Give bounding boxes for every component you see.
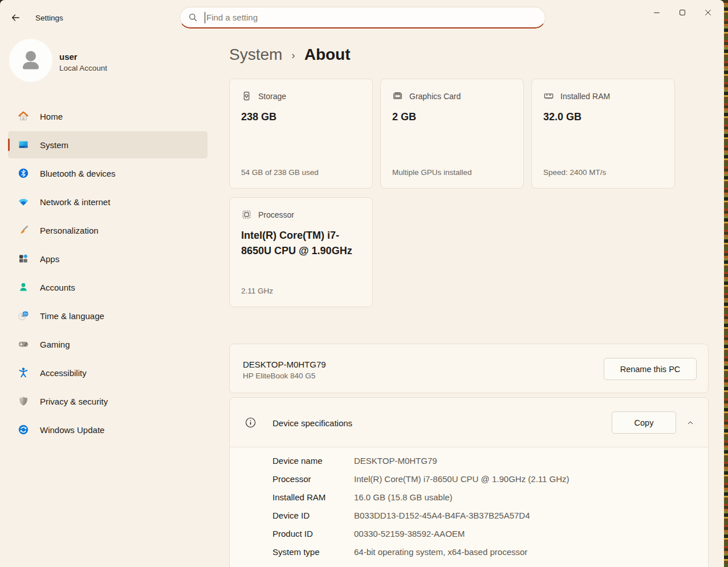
spec-row-device-name: Device name DESKTOP-M0HTG79 [230,452,708,470]
collapse-expander-button[interactable] [682,414,699,431]
breadcrumb: System › About [229,43,351,66]
sidebar-item-accessibility[interactable]: Accessibility [8,359,208,386]
sidebar-item-home[interactable]: Home [8,103,208,130]
sidebar-item-accounts[interactable]: Accounts [8,274,208,301]
titlebar: Settings [0,0,724,35]
minimize-button[interactable] [644,0,669,25]
sidebar-item-personalization[interactable]: Personalization [8,217,208,244]
time-language-icon [18,310,29,321]
personalization-icon [18,225,29,236]
info-icon [245,417,257,429]
person-icon [18,47,44,74]
search-input[interactable] [206,13,537,22]
sidebar-nav: Home System [0,103,209,444]
chevron-up-icon [686,419,694,427]
breadcrumb-system[interactable]: System [229,46,282,64]
accounts-icon [18,282,29,293]
back-button[interactable] [6,9,25,26]
shield-icon [18,395,29,407]
search-box[interactable] [180,7,546,28]
spec-row-system-type: System type 64-bit operating system, x64… [230,543,708,561]
search-icon [188,13,198,22]
ram-icon [543,91,554,101]
sidebar-item-bluetooth-devices[interactable]: Bluetooth & devices [8,160,208,187]
sidebar-item-gaming[interactable]: Gaming [8,331,208,358]
storage-icon [241,91,252,101]
apps-icon [18,253,29,264]
avatar[interactable] [9,39,52,82]
accessibility-icon [18,367,29,378]
processor-card: Processor Intel(R) Core(TM) i7-8650U CPU… [229,197,373,307]
graphics-card-caption: Multiple GPUs installed [392,168,512,177]
sidebar-item-time-language[interactable]: Time & language [8,302,208,329]
main-content: System › About Storage 238 GB 54 GB of 2… [209,35,724,567]
sidebar-item-system[interactable]: System [8,131,208,158]
user-account-type: Local Account [59,64,107,72]
maximize-button[interactable] [669,0,695,25]
storage-card: Storage 238 GB 54 GB of 238 GB used [229,79,373,189]
system-icon [18,139,29,150]
chevron-right-icon: › [291,49,295,62]
close-button[interactable] [695,0,721,25]
network-icon [18,196,29,207]
storage-caption: 54 GB of 238 GB used [241,168,361,177]
text-cursor [205,12,205,23]
gaming-icon [18,338,29,350]
device-specifications-table: Device name DESKTOP-M0HTG79 Processor In… [230,447,708,567]
storage-value: 238 GB [241,109,361,125]
installed-ram-value: 32.0 GB [543,109,663,125]
sidebar: user Local Account Home [0,35,209,567]
sidebar-item-network-internet[interactable]: Network & internet [8,188,208,215]
device-specifications-title: Device specifications [273,418,352,428]
device-panel: DESKTOP-M0HTG79 HP EliteBook 840 G5 Rena… [229,344,709,393]
bluetooth-icon [18,168,29,179]
spec-row-device-id: Device ID B033DD13-D152-45A4-B4FA-3B37B2… [230,507,708,525]
processor-value: Intel(R) Core(TM) i7-8650U CPU @ 1.90GHz [241,228,361,259]
sidebar-item-apps[interactable]: Apps [8,245,208,272]
home-icon [18,111,29,122]
device-name: DESKTOP-M0HTG79 [243,360,326,369]
sidebar-item-privacy-security[interactable]: Privacy & security [8,387,208,415]
device-specifications-panel: Device specifications Copy Device name D… [229,397,709,567]
app-title: Settings [35,14,63,22]
windows-update-icon [18,424,29,435]
sidebar-item-windows-update[interactable]: Windows Update [8,416,208,443]
device-specifications-header[interactable]: Device specifications Copy [230,398,708,447]
settings-window: Settings user [0,0,724,567]
page-title: About [304,46,351,64]
graphics-card-value: 2 GB [392,109,512,125]
window-controls [644,0,721,25]
copy-button[interactable]: Copy [612,411,676,434]
spec-row-installed-ram: Installed RAM 16.0 GB (15.8 GB usable) [230,488,708,507]
graphics-card-card: Graphics Card 2 GB Multiple GPUs install… [380,79,524,189]
spec-row-pen-and-touch: Pen and touch Touch support with 10 touc… [230,561,708,567]
installed-ram-card: Installed RAM 32.0 GB Speed: 2400 MT/s [531,79,675,189]
user-name: user [59,52,78,62]
installed-ram-caption: Speed: 2400 MT/s [543,168,663,177]
processor-caption: 2.11 GHz [241,287,361,295]
spec-row-processor: Processor Intel(R) Core(TM) i7-8650U CPU… [230,470,708,488]
processor-icon [241,209,252,220]
back-arrow-icon [10,13,21,23]
graphics-card-icon [392,91,403,101]
spec-row-product-id: Product ID 00330-52159-38592-AAOEM [230,525,708,543]
device-model: HP EliteBook 840 G5 [243,372,315,380]
rename-pc-button[interactable]: Rename this PC [604,358,697,380]
selected-indicator [8,138,10,151]
